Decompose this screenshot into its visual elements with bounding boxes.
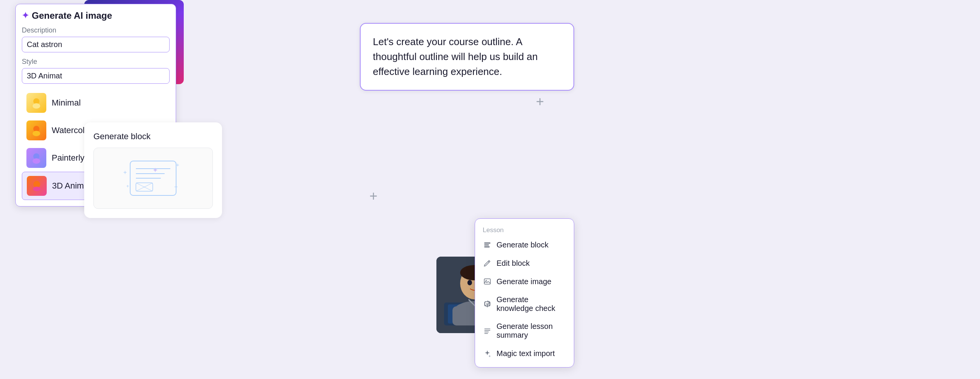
style-value[interactable]: 3D Animat [22, 68, 170, 84]
ai-image-panel-title: Generate AI image [32, 10, 112, 21]
menu-item-generate-block[interactable]: Generate block [475, 236, 574, 254]
image-icon [483, 277, 492, 286]
menu-item-edit-block[interactable]: Edit block [475, 254, 574, 272]
chat-bubble-text: Let's create your course outline. A thou… [373, 36, 538, 77]
style-label-minimal: Minimal [52, 98, 81, 108]
plus-button-3[interactable]: + [369, 189, 377, 203]
knowledge-icon [483, 299, 492, 309]
svg-text:+: + [174, 184, 178, 190]
context-menu-section-label: Lesson [475, 223, 574, 236]
svg-point-1 [33, 103, 40, 109]
ai-sparkle-icon: ✦ [22, 11, 29, 21]
style-thumb-watercolor [26, 120, 46, 140]
style-label-painterly: Painterly [52, 153, 85, 163]
menu-label-knowledge-check: Generate knowledge check [497, 295, 566, 313]
svg-point-3 [33, 131, 40, 136]
menu-item-generate-image[interactable]: Generate image [475, 272, 574, 291]
svg-rect-45 [484, 279, 490, 284]
menu-item-generate-knowledge-check[interactable]: Generate knowledge check [475, 291, 574, 317]
style-thumb-minimal [26, 93, 46, 113]
svg-text:+: + [126, 184, 129, 189]
generate-block-illustration: + + + + ✦ [115, 155, 191, 201]
svg-point-46 [486, 280, 487, 281]
menu-label-generate-image: Generate image [497, 277, 551, 286]
svg-text:+: + [123, 169, 127, 176]
menu-item-generate-lesson-summary[interactable]: Generate lesson summary [475, 317, 574, 344]
course-outline-bubble: Let's create your course outline. A thou… [360, 23, 574, 91]
magic-icon [483, 349, 492, 358]
svg-point-7 [33, 187, 41, 191]
summary-icon [483, 326, 492, 335]
generate-block-card: Generate block + + + + ✦ [84, 122, 222, 218]
ai-image-panel-header: ✦ Generate AI image [22, 10, 170, 21]
style-thumb-3d [27, 176, 47, 196]
menu-label-lesson-summary: Generate lesson summary [497, 322, 566, 340]
description-value[interactable]: Cat astron [22, 37, 170, 52]
generate-block-inner: + + + + ✦ [93, 148, 213, 209]
svg-text:+: + [176, 162, 179, 168]
generate-block-title: Generate block [93, 132, 213, 142]
plus-button-5[interactable]: + [536, 95, 544, 109]
svg-rect-41 [484, 242, 490, 244]
style-label: Style [22, 58, 170, 66]
block-icon [483, 240, 492, 249]
svg-rect-43 [484, 246, 490, 247]
menu-item-magic-text-import[interactable]: Magic text import [475, 344, 574, 363]
context-menu: Lesson Generate block Edit block Generat… [475, 218, 574, 368]
menu-label-magic-text: Magic text import [497, 349, 555, 358]
svg-rect-42 [484, 244, 489, 246]
menu-label-edit-block: Edit block [497, 259, 530, 268]
svg-point-37 [467, 280, 472, 285]
menu-label-generate-block: Generate block [497, 241, 549, 249]
style-option-minimal[interactable]: Minimal [22, 89, 170, 117]
edit-icon [483, 259, 492, 268]
svg-text:✦: ✦ [152, 166, 158, 174]
svg-line-44 [488, 261, 489, 262]
description-label: Description [22, 26, 170, 34]
svg-point-5 [33, 158, 40, 164]
style-thumb-painterly [26, 148, 46, 168]
